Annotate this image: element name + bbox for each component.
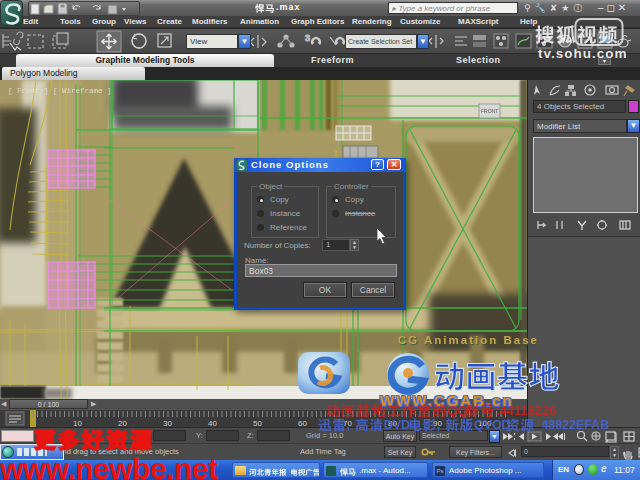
svg-text:FRONT: FRONT [481,108,498,114]
svg-text:,: , [347,418,350,432]
svg-text:3: 3 [305,33,310,43]
svg-text:48822EFAB: 48822EFAB [541,418,609,432]
svg-text:,: , [437,418,440,432]
svg-text:[ Front ] [ Wireframe ]: [ Front ] [ Wireframe ] [8,87,112,95]
svg-text:DVD: DVD [384,418,410,432]
svg-text:QVOD: QVOD [474,418,511,432]
